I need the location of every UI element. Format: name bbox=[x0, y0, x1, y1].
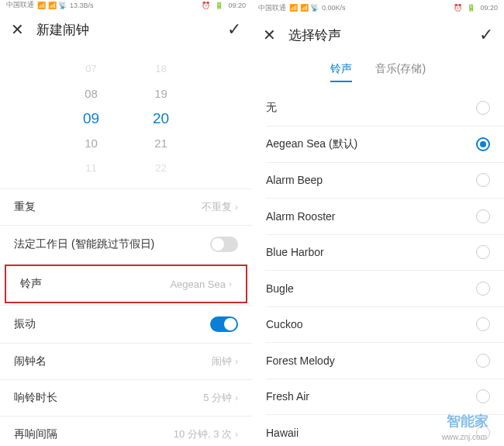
ring-label: Aegean Sea (默认) bbox=[266, 137, 476, 151]
radio[interactable] bbox=[476, 317, 490, 331]
chevron-right-icon: › bbox=[229, 278, 232, 289]
radio[interactable] bbox=[476, 389, 490, 403]
clock: 09:20 bbox=[228, 2, 246, 9]
header: ✕ 新建闹钟 ✓ bbox=[0, 10, 252, 49]
chevron-right-icon: › bbox=[235, 429, 238, 440]
net-speed: 0.00K/s bbox=[322, 4, 346, 12]
page-title: 选择铃声 bbox=[288, 26, 479, 44]
setting-name[interactable]: 闹钟名 闹钟 › bbox=[0, 343, 252, 379]
ring-row[interactable]: Fresh Air bbox=[252, 379, 504, 414]
battery-icon: 🔋 bbox=[467, 4, 475, 12]
header: ✕ 选择铃声 ✓ bbox=[252, 16, 504, 54]
setting-workday[interactable]: 法定工作日 (智能跳过节假日) bbox=[0, 225, 252, 263]
ring-list: 无Aegean Sea (默认)Alarm BeepAlarm RoosterB… bbox=[252, 90, 504, 446]
chevron-right-icon: › bbox=[235, 202, 238, 213]
ring-label: 无 bbox=[266, 101, 476, 115]
battery-icon: 🔋 bbox=[215, 2, 223, 9]
tab-ring[interactable]: 铃声 bbox=[330, 62, 352, 82]
hour-column: 07 08 09 10 11 bbox=[57, 57, 126, 173]
confirm-icon[interactable]: ✓ bbox=[227, 19, 241, 40]
tabs: 铃声 音乐(存储) bbox=[252, 54, 504, 90]
carrier: 中国联通 bbox=[6, 0, 34, 10]
time-picker[interactable]: 07 08 09 10 11 18 19 20 21 22 bbox=[0, 49, 252, 188]
alarm-icon: ⏰ bbox=[202, 2, 210, 9]
ring-row[interactable]: Bugle bbox=[252, 271, 504, 306]
setting-ring[interactable]: 铃声 Aegean Sea › bbox=[6, 266, 246, 302]
status-bar: 中国联通📶 📶 📡0.00K/s ⏰🔋09:20 bbox=[252, 0, 504, 16]
ring-row[interactable]: Cuckoo bbox=[252, 306, 504, 342]
clock: 09:20 bbox=[480, 4, 498, 12]
confirm-icon[interactable]: ✓ bbox=[479, 25, 493, 45]
ring-label: Blue Harbor bbox=[266, 246, 476, 258]
watermark-url: www.znj.com bbox=[442, 433, 487, 441]
radio[interactable] bbox=[476, 137, 490, 151]
status-bar: 中国联通📶 📶 📡13.3B/s ⏰🔋09:20 bbox=[0, 0, 252, 10]
ring-label: Bugle bbox=[266, 282, 476, 295]
net-speed: 13.3B/s bbox=[70, 2, 94, 9]
page-title: 新建闹钟 bbox=[36, 21, 227, 39]
setting-vibrate[interactable]: 振动 bbox=[0, 305, 252, 343]
chevron-right-icon: › bbox=[235, 356, 238, 367]
ring-label: Cuckoo bbox=[266, 318, 476, 330]
ring-row[interactable]: Alarm Rooster bbox=[252, 199, 504, 234]
watermark-brand: 智能家 bbox=[447, 412, 488, 430]
ring-label: Fresh Air bbox=[266, 390, 476, 403]
alarm-icon: ⏰ bbox=[454, 4, 462, 12]
close-icon[interactable]: ✕ bbox=[11, 20, 24, 39]
ring-row[interactable]: Blue Harbor bbox=[252, 234, 504, 270]
setting-repeat[interactable]: 重复 不重复 › bbox=[0, 188, 252, 225]
workday-toggle[interactable] bbox=[210, 237, 238, 252]
chevron-right-icon: › bbox=[235, 392, 238, 403]
ring-row[interactable]: Aegean Sea (默认) bbox=[252, 126, 504, 162]
ring-label: Alarm Rooster bbox=[266, 210, 476, 223]
ring-row[interactable]: Alarm Beep bbox=[252, 162, 504, 198]
ring-label: Forest Melody bbox=[266, 354, 476, 367]
ring-label: Alarm Beep bbox=[266, 174, 476, 186]
setting-snooze[interactable]: 再响间隔 10 分钟, 3 次 › bbox=[0, 416, 252, 446]
vibrate-toggle[interactable] bbox=[210, 316, 238, 332]
tab-music[interactable]: 音乐(存储) bbox=[375, 62, 426, 82]
radio[interactable] bbox=[476, 282, 490, 296]
radio[interactable] bbox=[476, 209, 490, 223]
minute-column: 18 19 20 21 22 bbox=[126, 57, 196, 173]
ring-row[interactable]: Forest Melody bbox=[252, 343, 504, 379]
ringtone-highlight: 铃声 Aegean Sea › bbox=[5, 264, 247, 303]
carrier: 中国联通 bbox=[258, 3, 286, 13]
radio[interactable] bbox=[476, 245, 490, 259]
radio[interactable] bbox=[476, 173, 490, 187]
radio[interactable] bbox=[476, 354, 490, 368]
setting-duration[interactable]: 响铃时长 5 分钟 › bbox=[0, 379, 252, 416]
radio[interactable] bbox=[476, 101, 490, 115]
close-icon[interactable]: ✕ bbox=[263, 26, 276, 44]
ring-row[interactable]: 无 bbox=[252, 90, 504, 126]
